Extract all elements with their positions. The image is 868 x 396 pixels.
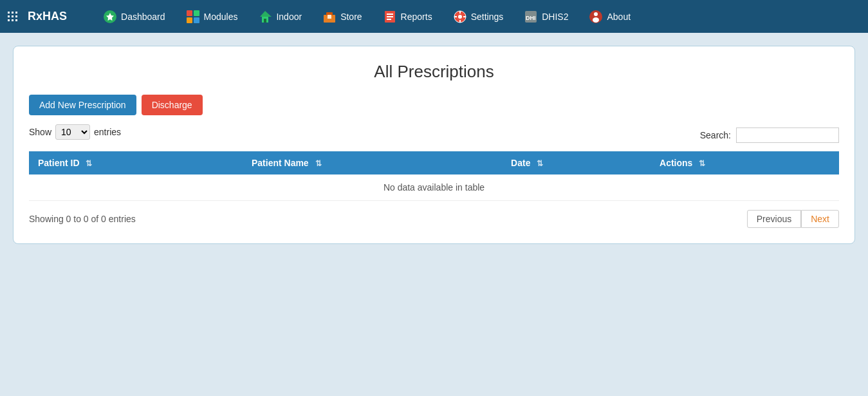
nav-label-indoor: Indoor (276, 12, 302, 22)
col-patient-name-label: Patient Name (252, 158, 309, 168)
entries-select[interactable]: 10 25 50 100 (55, 124, 90, 140)
no-data-cell: No data available in table (29, 174, 839, 201)
nav-item-about[interactable]: About (578, 0, 641, 33)
nav-label-modules: Modules (204, 12, 238, 22)
col-actions-label: Actions (660, 158, 692, 168)
navbar: RxHAS Dashboard Modules (0, 0, 868, 33)
dashboard-icon (103, 10, 117, 24)
entries-label: entries (94, 127, 121, 137)
about-icon (589, 10, 603, 24)
nav-label-about: About (607, 12, 631, 22)
svg-text:DHI: DHI (526, 15, 536, 21)
col-patient-name[interactable]: Patient Name ⇅ (243, 151, 502, 174)
col-patient-name-sort-icon: ⇅ (315, 159, 322, 168)
svg-point-24 (594, 12, 598, 16)
next-button[interactable]: Next (801, 210, 839, 228)
nav-label-store: Store (340, 12, 362, 22)
nav-label-settings: Settings (471, 12, 504, 22)
svg-marker-5 (260, 11, 272, 17)
nav-item-reports[interactable]: Reports (373, 0, 443, 33)
modules-icon (186, 10, 200, 24)
brand-name: RxHAS (28, 10, 67, 23)
svg-rect-13 (387, 16, 393, 17)
col-actions-sort-icon: ⇅ (699, 159, 705, 168)
svg-rect-20 (463, 16, 466, 17)
col-patient-id-label: Patient ID (38, 158, 80, 168)
search-bar: Search: (700, 127, 839, 143)
col-patient-id-sort-icon: ⇅ (86, 159, 92, 168)
nav-label-dashboard: Dashboard (121, 12, 165, 22)
nav-item-modules[interactable]: Modules (176, 0, 248, 33)
svg-rect-14 (387, 19, 391, 20)
col-date[interactable]: Date ⇅ (502, 151, 651, 174)
nav-items: Dashboard Modules Indoor (93, 0, 860, 33)
nav-item-settings[interactable]: Settings (443, 0, 514, 33)
no-data-row: No data available in table (29, 174, 839, 201)
dhis2-icon: DHI (524, 10, 538, 24)
nav-item-dashboard[interactable]: Dashboard (93, 0, 176, 33)
reports-icon (383, 10, 397, 24)
pagination-buttons: Previous Next (747, 210, 839, 228)
page-title: All Prescriptions (29, 62, 839, 82)
svg-rect-12 (387, 14, 393, 15)
grid-icon (8, 12, 17, 21)
svg-rect-17 (459, 11, 461, 14)
col-date-label: Date (511, 158, 530, 168)
toolbar: Add New Prescription Discharge (29, 95, 839, 115)
add-prescription-button[interactable]: Add New Prescription (29, 95, 136, 115)
search-input[interactable] (736, 127, 839, 143)
showing-text: Showing 0 to 0 of 0 entries (29, 214, 136, 224)
svg-rect-4 (194, 17, 199, 23)
col-date-sort-icon: ⇅ (537, 159, 543, 168)
show-label: Show (29, 127, 51, 137)
nav-item-store[interactable]: Store (312, 0, 372, 33)
discharge-button[interactable]: Discharge (142, 95, 203, 115)
store-icon (322, 10, 337, 24)
settings-icon (453, 10, 467, 24)
col-patient-id[interactable]: Patient ID ⇅ (29, 151, 243, 174)
indoor-icon (258, 10, 272, 24)
svg-point-16 (458, 15, 462, 19)
previous-button[interactable]: Previous (747, 210, 801, 228)
main-card: All Prescriptions Add New Prescription D… (13, 46, 855, 244)
content-wrapper: All Prescriptions Add New Prescription D… (0, 33, 868, 257)
nav-item-indoor[interactable]: Indoor (248, 0, 312, 33)
nav-item-dhis2[interactable]: DHI DHIS2 (513, 0, 578, 33)
col-actions[interactable]: Actions ⇅ (651, 151, 839, 174)
svg-point-25 (593, 17, 599, 23)
pagination-row: Showing 0 to 0 of 0 entries Previous Nex… (29, 210, 839, 228)
table-header-row: Patient ID ⇅ Patient Name ⇅ Date ⇅ Actio… (29, 151, 839, 174)
show-entries: Show 10 25 50 100 entries (29, 124, 121, 140)
brand[interactable]: RxHAS (8, 10, 67, 23)
svg-rect-7 (264, 19, 266, 23)
svg-rect-1 (187, 10, 192, 16)
svg-rect-19 (454, 16, 457, 17)
search-label: Search: (700, 130, 731, 140)
nav-label-reports: Reports (401, 12, 432, 22)
table-controls: Show 10 25 50 100 entries Search: (29, 124, 839, 146)
nav-label-dhis2: DHIS2 (542, 12, 568, 22)
svg-rect-2 (194, 10, 199, 16)
svg-rect-18 (459, 20, 461, 23)
svg-rect-10 (328, 15, 331, 19)
prescriptions-table: Patient ID ⇅ Patient Name ⇅ Date ⇅ Actio… (29, 151, 839, 201)
svg-rect-3 (187, 17, 192, 23)
